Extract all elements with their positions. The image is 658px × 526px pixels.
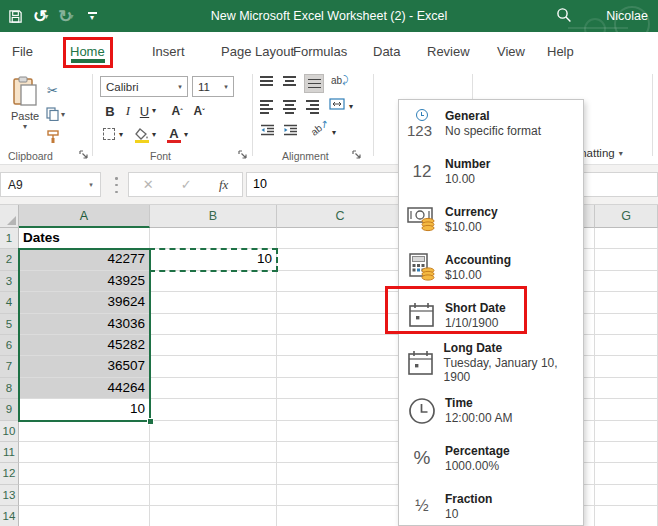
cell-A11[interactable] — [19, 442, 150, 463]
conditional-formatting-dropdown-icon[interactable]: ▾ — [619, 149, 623, 158]
cell-B8[interactable] — [150, 378, 277, 399]
fill-color-dropdown-icon[interactable]: ▾ — [152, 130, 156, 139]
cell-G1[interactable] — [595, 228, 658, 249]
cell-B2[interactable]: 10 — [150, 249, 277, 270]
borders-button[interactable] — [101, 126, 116, 142]
tab-insert[interactable]: Insert — [152, 40, 185, 64]
cell-B12[interactable] — [150, 463, 277, 484]
cell-C12[interactable] — [277, 463, 404, 484]
name-box[interactable]: A9 ▾ — [0, 172, 101, 197]
font-name-dropdown-icon[interactable]: ▾ — [173, 83, 187, 91]
formula-bar-handle[interactable] — [115, 177, 118, 193]
cell-B3[interactable] — [150, 271, 277, 292]
format-painter-button[interactable] — [46, 130, 60, 144]
merge-center-button[interactable] — [329, 98, 345, 110]
cut-button[interactable]: ✂ — [47, 83, 58, 98]
cell-B5[interactable] — [150, 314, 277, 335]
cell-G12[interactable] — [595, 463, 658, 484]
cell-A5[interactable]: 43036 — [19, 314, 150, 335]
alignment-dialog-launcher-icon[interactable] — [352, 150, 362, 160]
row-header-3[interactable]: 3 — [0, 271, 19, 292]
row-header-9[interactable]: 9 — [0, 399, 19, 420]
cell-A9[interactable]: 10 — [19, 399, 150, 420]
tab-review[interactable]: Review — [427, 40, 470, 64]
cancel-icon[interactable]: ✕ — [143, 177, 154, 192]
borders-dropdown-icon[interactable]: ▾ — [119, 130, 123, 139]
font-color-button[interactable]: A — [166, 123, 182, 143]
row-header-5[interactable]: 5 — [0, 314, 19, 335]
align-left-button[interactable] — [260, 100, 273, 114]
format-option-time[interactable]: Time12:00:00 AM — [399, 387, 583, 435]
cell-B13[interactable] — [150, 485, 277, 506]
cell-A1[interactable]: Dates — [19, 228, 150, 249]
cell-C14[interactable] — [277, 506, 404, 526]
bold-button[interactable]: B — [103, 102, 117, 120]
clipboard-dialog-launcher-icon[interactable] — [79, 150, 89, 160]
format-option-general[interactable]: 123GeneralNo specific format — [399, 100, 583, 148]
cell-G3[interactable] — [595, 271, 658, 292]
cell-C3[interactable] — [277, 271, 404, 292]
tab-view[interactable]: View — [497, 40, 525, 64]
cell-G9[interactable] — [595, 399, 658, 420]
cell-A10[interactable] — [19, 421, 150, 442]
center-button[interactable] — [283, 100, 296, 114]
copy-button[interactable]: ▾ — [46, 107, 65, 121]
cell-B6[interactable] — [150, 335, 277, 356]
cell-A12[interactable] — [19, 463, 150, 484]
cell-B4[interactable] — [150, 292, 277, 313]
row-header-12[interactable]: 12 — [0, 463, 19, 484]
row-header-2[interactable]: 2 — [0, 249, 19, 270]
cell-C6[interactable] — [277, 335, 404, 356]
wrap-text-button[interactable]: ab⤸ — [331, 74, 348, 86]
cell-A13[interactable] — [19, 485, 150, 506]
cell-C9[interactable] — [277, 399, 404, 420]
orientation-dropdown-icon[interactable]: ▾ — [332, 128, 336, 137]
column-header-B[interactable]: B — [150, 205, 277, 228]
cell-A2[interactable]: 42277 — [19, 249, 150, 270]
insert-function-icon[interactable]: fx — [219, 177, 228, 193]
increase-font-size-button[interactable]: Aˆ — [168, 102, 186, 120]
format-option-currency[interactable]: Currency$10.00 — [399, 196, 583, 244]
column-header-G[interactable]: G — [595, 205, 658, 228]
cell-B10[interactable] — [150, 421, 277, 442]
row-header-8[interactable]: 8 — [0, 378, 19, 399]
row-header-6[interactable]: 6 — [0, 335, 19, 356]
cell-C7[interactable] — [277, 356, 404, 377]
row-header-10[interactable]: 10 — [0, 421, 19, 442]
cell-G7[interactable] — [595, 356, 658, 377]
cell-G6[interactable] — [595, 335, 658, 356]
cell-C11[interactable] — [277, 442, 404, 463]
row-header-1[interactable]: 1 — [0, 228, 19, 249]
tab-formulas[interactable]: Formulas — [293, 40, 347, 64]
cell-A4[interactable]: 39624 — [19, 292, 150, 313]
format-option-long-date[interactable]: Long DateTuesday, January 10, 1900 — [399, 339, 583, 387]
cell-C4[interactable] — [277, 292, 404, 313]
cell-G8[interactable] — [595, 378, 658, 399]
decrease-indent-button[interactable] — [260, 124, 275, 136]
cell-C13[interactable] — [277, 485, 404, 506]
cell-G5[interactable] — [595, 314, 658, 335]
row-header-4[interactable]: 4 — [0, 292, 19, 313]
cell-G4[interactable] — [595, 292, 658, 313]
cell-B1[interactable] — [150, 228, 277, 249]
cell-A3[interactable]: 43925 — [19, 271, 150, 292]
row-header-13[interactable]: 13 — [0, 485, 19, 506]
italic-button[interactable]: I — [122, 102, 134, 120]
search-icon[interactable] — [556, 7, 572, 27]
middle-align-button[interactable] — [283, 76, 296, 86]
row-header-14[interactable]: 14 — [0, 506, 19, 526]
cell-C2[interactable] — [277, 249, 404, 270]
format-option-fraction[interactable]: ½Fraction10 — [399, 482, 583, 526]
font-size-combo[interactable]: 11▾ — [192, 76, 234, 97]
underline-dropdown-icon[interactable]: ▾ — [152, 106, 156, 115]
row-header-11[interactable]: 11 — [0, 442, 19, 463]
cell-B11[interactable] — [150, 442, 277, 463]
paste-dropdown-icon[interactable]: ▾ — [8, 122, 42, 131]
name-box-dropdown-icon[interactable]: ▾ — [82, 181, 100, 189]
increase-indent-button[interactable] — [283, 124, 298, 136]
tab-file[interactable]: File — [12, 40, 33, 64]
orientation-button[interactable]: ab↗ — [309, 117, 331, 138]
cell-G10[interactable] — [595, 421, 658, 442]
font-size-dropdown-icon[interactable]: ▾ — [219, 83, 233, 91]
tab-page-layout[interactable]: Page Layout — [221, 40, 294, 64]
